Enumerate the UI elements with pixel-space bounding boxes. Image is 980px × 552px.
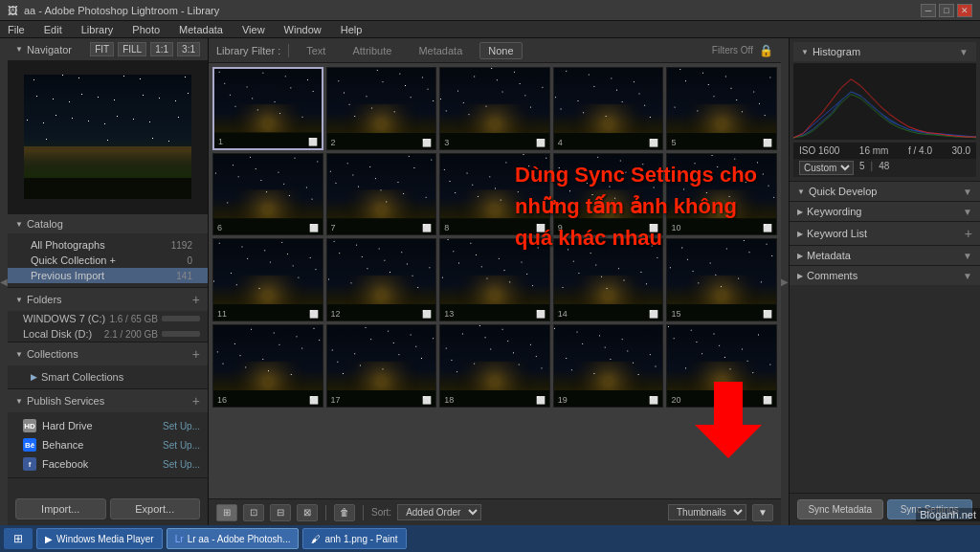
right-panel: ▼ Histogram ▼ ISO 1600 16 mm f / 4.0 30.… — [789, 38, 980, 525]
menu-help[interactable]: Help — [337, 24, 367, 35]
compare-view-btn[interactable]: ⊟ — [270, 504, 291, 521]
navigator-header[interactable]: ▼ Navigator FIT FILL 1:1 3:1 — [8, 38, 208, 60]
menu-photo[interactable]: Photo — [128, 24, 164, 35]
photo-cell[interactable]: 18⬜ — [439, 324, 550, 408]
photo-cell[interactable]: 15⬜ — [666, 238, 777, 321]
publish-harddrive[interactable]: HD Hard Drive Set Up... — [8, 416, 208, 435]
survey-view-btn[interactable]: ⊠ — [297, 504, 318, 521]
catalog-previous-import[interactable]: Previous Import 141 — [8, 268, 208, 283]
histogram-menu-icon[interactable]: ▼ — [959, 47, 969, 57]
meta-menu-icon[interactable]: ▼ — [963, 251, 972, 261]
sort-select[interactable]: Added Order — [397, 504, 481, 520]
photo-cell[interactable]: 10⬜ — [666, 153, 777, 236]
qd-menu-icon[interactable]: ▼ — [963, 187, 972, 197]
comments-menu-icon[interactable]: ▼ — [963, 271, 972, 281]
menu-file[interactable]: File — [4, 24, 29, 35]
delete-btn[interactable]: 🗑 — [334, 504, 355, 521]
title-bar-content: 🖼 aa - Adobe Photoshop Lightroom - Libra… — [8, 5, 219, 16]
filter-lock-icon[interactable]: 🔒 — [759, 44, 773, 57]
comments-header[interactable]: ▶ Comments ▼ — [790, 266, 980, 285]
photo-cell[interactable]: 4⬜ — [553, 67, 664, 150]
smart-collections-item[interactable]: ▶ Smart Collections — [8, 369, 208, 385]
photo-cell[interactable]: 6⬜ — [212, 153, 323, 236]
histogram-header[interactable]: ▼ Histogram ▼ — [793, 42, 976, 61]
maximize-button[interactable]: □ — [939, 4, 954, 17]
ratio1-btn[interactable]: 1:1 — [150, 42, 173, 56]
behance-setup[interactable]: Set Up... — [163, 440, 200, 451]
export-button[interactable]: Export... — [110, 498, 201, 519]
filter-none-btn[interactable]: None — [479, 42, 522, 59]
photo-cell[interactable]: 13⬜ — [439, 238, 550, 321]
photo-cell[interactable]: 2⬜ — [326, 67, 437, 150]
catalog-all-photographs[interactable]: All Photographs 1192 — [8, 237, 208, 253]
taskbar-lightroom[interactable]: Lr Lr aa - Adobe Photosh... — [167, 528, 300, 549]
folder-localdisk[interactable]: Local Disk (D:) 2.1 / 200 GB — [8, 326, 208, 342]
photo-number: 12 — [331, 309, 341, 319]
filter-metadata-btn[interactable]: Metadata — [409, 43, 472, 58]
photo-cell[interactable]: 17⬜ — [326, 324, 437, 408]
folders-add-button[interactable]: + — [192, 292, 200, 307]
folders-header[interactable]: ▼ Folders + — [8, 288, 208, 311]
filter-attribute-btn[interactable]: Attribute — [343, 43, 401, 58]
photo-cell[interactable]: 11⬜ — [212, 238, 323, 321]
left-collapse-handle[interactable]: ◀ — [0, 38, 8, 525]
catalog-triangle: ▼ — [15, 220, 23, 229]
import-button[interactable]: Import... — [15, 498, 106, 519]
publish-add-button[interactable]: + — [192, 393, 200, 408]
photo-cell[interactable]: 19⬜ — [553, 324, 664, 408]
taskbar-paint[interactable]: 🖌 anh 1.png - Paint — [302, 528, 406, 549]
collections-add-button[interactable]: + — [192, 346, 200, 362]
keywording-header[interactable]: ▶ Keywording ▼ — [790, 202, 980, 221]
photo-cell[interactable]: 16⬜ — [212, 324, 323, 408]
photo-thumbnail — [440, 68, 549, 149]
minimize-button[interactable]: ─ — [921, 4, 936, 17]
lr-icon: Lr — [175, 534, 184, 544]
sync-metadata-button[interactable]: Sync Metadata — [797, 499, 883, 519]
ratio2-btn[interactable]: 3:1 — [177, 42, 200, 56]
photo-cell[interactable]: 9⬜ — [553, 153, 664, 236]
menu-edit[interactable]: Edit — [40, 24, 66, 35]
menu-metadata[interactable]: Metadata — [175, 24, 227, 35]
custom-preset-select[interactable]: Custom — [799, 161, 854, 175]
photo-number: 8 — [444, 223, 449, 232]
thumbnails-size-btn[interactable]: ▼ — [752, 504, 773, 521]
fill-btn[interactable]: FILL — [118, 42, 146, 56]
collections-header[interactable]: ▼ Collections + — [8, 342, 208, 365]
keyword-list-add-icon[interactable]: + — [965, 226, 972, 241]
close-button[interactable]: ✕ — [957, 4, 972, 17]
quick-develop-header[interactable]: ▼ Quick Develop ▼ — [790, 182, 980, 201]
taskbar-wmp[interactable]: ▶ Windows Media Player — [36, 528, 163, 549]
publish-facebook[interactable]: f Facebook Set Up... — [8, 454, 208, 474]
photo-cell[interactable]: 8⬜ — [439, 153, 550, 236]
metadata-header[interactable]: ▶ Metadata ▼ — [790, 246, 980, 265]
photo-cell[interactable]: 12⬜ — [326, 238, 437, 321]
photo-cell[interactable]: 5⬜ — [666, 67, 777, 150]
photo-cell[interactable]: 20⬜ — [666, 324, 777, 408]
grid-view-btn[interactable]: ⊞ — [216, 504, 237, 521]
photo-cell[interactable]: 3⬜ — [439, 67, 550, 150]
kw-menu-icon[interactable]: ▼ — [963, 207, 972, 217]
loupe-view-btn[interactable]: ⊡ — [243, 504, 264, 521]
thumbnails-select[interactable]: Thumbnails — [668, 504, 746, 520]
facebook-setup[interactable]: Set Up... — [163, 459, 200, 470]
publish-services-header[interactable]: ▼ Publish Services + — [8, 389, 208, 412]
right-collapse-handle[interactable]: ▶ — [781, 38, 789, 525]
photo-cell[interactable]: 14⬜ — [553, 238, 664, 321]
catalog-header[interactable]: ▼ Catalog — [8, 214, 208, 233]
publish-behance[interactable]: Bē Behance Set Up... — [8, 435, 208, 454]
harddrive-setup[interactable]: Set Up... — [163, 421, 200, 431]
catalog-quick-collection[interactable]: Quick Collection + 0 — [8, 253, 208, 268]
photo-grid-area[interactable]: 1⬜2⬜3⬜4⬜5⬜6⬜7⬜8⬜9⬜10⬜11⬜12⬜13⬜14⬜15⬜16⬜1… — [209, 63, 781, 498]
folder-windows7[interactable]: WINDOWS 7 (C:) 1.6 / 65 GB — [8, 311, 208, 326]
menu-view[interactable]: View — [238, 24, 269, 35]
menu-library[interactable]: Library — [78, 24, 118, 35]
start-button[interactable]: ⊞ — [4, 528, 33, 549]
menu-window[interactable]: Window — [280, 24, 325, 35]
filter-text-btn[interactable]: Text — [297, 43, 335, 58]
keyword-list-header[interactable]: ▶ Keyword List + — [790, 222, 980, 245]
window-controls[interactable]: ─ □ ✕ — [921, 4, 972, 17]
fit-btn[interactable]: FIT — [90, 42, 114, 56]
photo-cell[interactable]: 1⬜ — [212, 67, 323, 150]
photo-cell[interactable]: 7⬜ — [326, 153, 437, 236]
quick-develop-label: Quick Develop — [809, 186, 878, 197]
